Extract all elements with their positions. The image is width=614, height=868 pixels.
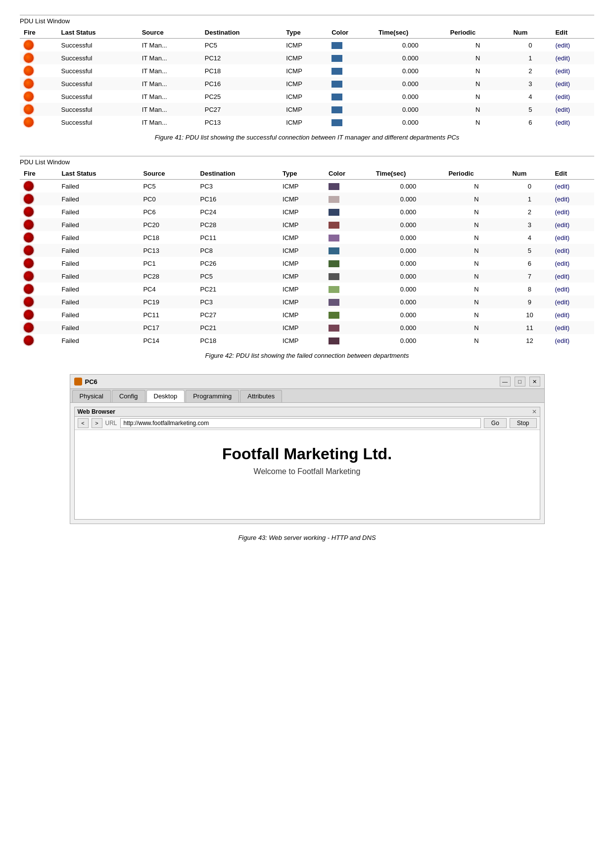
color-swatch bbox=[329, 183, 339, 190]
num-cell: 4 bbox=[508, 231, 551, 244]
edit-cell[interactable]: (edit) bbox=[551, 283, 594, 295]
edit-cell[interactable]: (edit) bbox=[551, 334, 594, 347]
periodic-cell: N bbox=[444, 334, 508, 347]
type-cell: ICMP bbox=[282, 39, 328, 52]
time-cell: 0.000 bbox=[375, 77, 446, 90]
num-cell: 1 bbox=[509, 51, 551, 64]
pc6-tabs: Physical Config Desktop Programming Attr… bbox=[70, 389, 544, 403]
periodic-cell: N bbox=[444, 270, 508, 283]
edit-cell[interactable]: (edit) bbox=[551, 244, 594, 257]
tab-attributes[interactable]: Attributes bbox=[240, 390, 282, 402]
go-button[interactable]: Go bbox=[484, 418, 507, 428]
stop-button[interactable]: Stop bbox=[510, 418, 537, 428]
color-swatch bbox=[329, 247, 339, 254]
status-cell: Failed bbox=[57, 218, 139, 231]
edit-cell[interactable]: (edit) bbox=[551, 64, 594, 77]
fire-cell bbox=[20, 218, 57, 231]
fire-cell bbox=[20, 308, 57, 321]
tab-programming[interactable]: Programming bbox=[186, 390, 239, 402]
num-cell: 1 bbox=[508, 193, 551, 205]
edit-cell[interactable]: (edit) bbox=[551, 218, 594, 231]
edit-cell[interactable]: (edit) bbox=[551, 308, 594, 321]
edit-cell[interactable]: (edit) bbox=[551, 103, 594, 116]
num-cell: 0 bbox=[508, 180, 551, 193]
url-input[interactable] bbox=[120, 418, 481, 428]
fire-cell bbox=[20, 231, 57, 244]
num-cell: 3 bbox=[509, 77, 551, 90]
edit-cell[interactable]: (edit) bbox=[551, 77, 594, 90]
type-cell: ICMP bbox=[279, 295, 325, 308]
fire-cell bbox=[20, 103, 57, 116]
web-browser-close-icon[interactable]: ✕ bbox=[532, 408, 537, 415]
destination-cell: PC16 bbox=[196, 193, 279, 205]
type-cell: ICMP bbox=[279, 193, 325, 205]
close-button[interactable]: ✕ bbox=[529, 377, 540, 386]
fire-failed-icon bbox=[24, 271, 34, 281]
edit-cell[interactable]: (edit) bbox=[551, 295, 594, 308]
fire-failed-icon bbox=[24, 207, 34, 217]
type-cell: ICMP bbox=[279, 308, 325, 321]
periodic-cell: N bbox=[446, 39, 510, 52]
figure42-caption: Figure 42: PDU list showing the failed c… bbox=[20, 352, 594, 359]
pc6-titlebar: PC6 — □ ✕ bbox=[70, 375, 544, 389]
num-cell: 6 bbox=[509, 116, 551, 129]
edit-cell[interactable]: (edit) bbox=[551, 39, 594, 52]
fire-success-icon bbox=[24, 92, 34, 101]
tab-config[interactable]: Config bbox=[112, 390, 145, 402]
source-cell: IT Man... bbox=[138, 116, 201, 129]
edit-cell[interactable]: (edit) bbox=[551, 231, 594, 244]
col-source-1: Source bbox=[138, 27, 201, 39]
edit-cell[interactable]: (edit) bbox=[551, 193, 594, 205]
type-cell: ICMP bbox=[279, 334, 325, 347]
nav-back-button[interactable]: < bbox=[78, 418, 89, 428]
destination-cell: PC18 bbox=[201, 64, 283, 77]
color-swatch bbox=[329, 196, 339, 203]
nav-forward-button[interactable]: > bbox=[92, 418, 102, 428]
periodic-cell: N bbox=[444, 218, 508, 231]
destination-cell: PC5 bbox=[196, 270, 279, 283]
type-cell: ICMP bbox=[279, 180, 325, 193]
color-cell bbox=[328, 51, 375, 64]
minimize-button[interactable]: — bbox=[500, 377, 511, 386]
num-cell: 7 bbox=[508, 270, 551, 283]
col-fire-1: Fire bbox=[20, 27, 57, 39]
pc6-window-title: PC6 bbox=[85, 378, 97, 386]
status-cell: Failed bbox=[57, 321, 139, 334]
table-header-row-1: Fire Last Status Source Destination Type… bbox=[20, 27, 594, 39]
type-cell: ICMP bbox=[279, 257, 325, 270]
edit-cell[interactable]: (edit) bbox=[551, 116, 594, 129]
color-cell bbox=[325, 231, 372, 244]
table-row: Failed PC18 PC11 ICMP 0.000 N 4 (edit) bbox=[20, 231, 594, 244]
maximize-button[interactable]: □ bbox=[515, 377, 525, 386]
destination-cell: PC3 bbox=[196, 180, 279, 193]
fire-cell bbox=[20, 295, 57, 308]
edit-cell[interactable]: (edit) bbox=[551, 51, 594, 64]
col-num-1: Num bbox=[509, 27, 551, 39]
source-cell: PC17 bbox=[139, 321, 196, 334]
edit-cell[interactable]: (edit) bbox=[551, 90, 594, 103]
source-cell: PC4 bbox=[139, 283, 196, 295]
pc6-window: PC6 — □ ✕ Physical Config Desktop Progra… bbox=[70, 374, 545, 524]
destination-cell: PC21 bbox=[196, 321, 279, 334]
edit-cell[interactable]: (edit) bbox=[551, 321, 594, 334]
fire-success-icon bbox=[24, 40, 34, 50]
table-header-row-2: Fire Last Status Source Destination Type… bbox=[20, 168, 594, 180]
tab-desktop[interactable]: Desktop bbox=[146, 390, 185, 402]
status-cell: Successful bbox=[57, 77, 138, 90]
tab-physical[interactable]: Physical bbox=[72, 390, 111, 402]
status-cell: Failed bbox=[57, 257, 139, 270]
type-cell: ICMP bbox=[282, 51, 328, 64]
color-cell bbox=[325, 193, 372, 205]
edit-cell[interactable]: (edit) bbox=[551, 205, 594, 218]
edit-cell[interactable]: (edit) bbox=[551, 270, 594, 283]
num-cell: 2 bbox=[508, 205, 551, 218]
source-cell: PC28 bbox=[139, 270, 196, 283]
fire-cell bbox=[20, 283, 57, 295]
edit-cell[interactable]: (edit) bbox=[551, 180, 594, 193]
fire-failed-icon bbox=[24, 297, 34, 307]
fire-cell bbox=[20, 39, 57, 52]
col-periodic-2: Periodic bbox=[444, 168, 508, 180]
source-cell: PC18 bbox=[139, 231, 196, 244]
table-row: Failed PC13 PC8 ICMP 0.000 N 5 (edit) bbox=[20, 244, 594, 257]
edit-cell[interactable]: (edit) bbox=[551, 257, 594, 270]
